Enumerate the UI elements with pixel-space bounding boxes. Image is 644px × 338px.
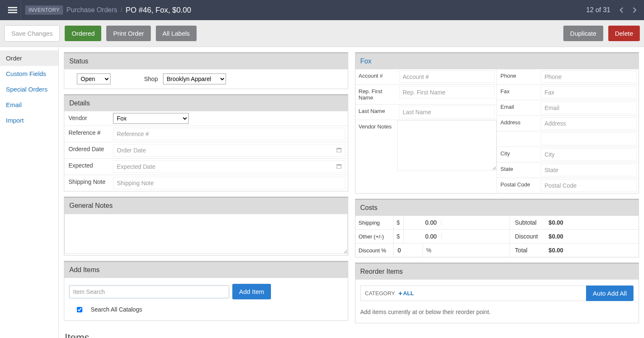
- phone-input[interactable]: [541, 71, 637, 83]
- breadcrumb-separator: /: [121, 7, 122, 13]
- details-panel: Details Vendor Fox Reference # Ordered D…: [64, 94, 348, 191]
- shipping-note-label: Shipping Note: [64, 175, 110, 191]
- sidebar-item-email[interactable]: Email: [0, 97, 58, 113]
- percent-symbol: %: [423, 244, 439, 257]
- expected-date-input[interactable]: [113, 160, 345, 173]
- city-input[interactable]: [541, 148, 637, 161]
- general-notes-textarea[interactable]: [64, 214, 348, 254]
- shipping-label: Shipping: [355, 216, 393, 229]
- discount-label: Discount: [515, 233, 549, 240]
- subtotal-value: $0.00: [549, 219, 563, 226]
- add-item-button[interactable]: Add Item: [232, 284, 271, 299]
- reorder-help-text: Add items currently at or below their re…: [360, 309, 634, 315]
- general-notes-panel: General Notes: [64, 197, 348, 256]
- status-header: Status: [64, 52, 348, 69]
- costs-header: Costs: [355, 199, 639, 216]
- breadcrumb-title: PO #46, Fox, $0.00: [126, 6, 191, 15]
- prev-record-icon[interactable]: [616, 5, 626, 15]
- account-input[interactable]: [399, 71, 495, 83]
- shipping-note-input[interactable]: [113, 177, 345, 189]
- items-section: Items No items were found.: [64, 332, 639, 338]
- other-input[interactable]: [404, 230, 441, 243]
- sidebar-item-custom-fields[interactable]: Custom Fields: [0, 66, 58, 81]
- details-header: Details: [64, 94, 348, 111]
- email-label: Email: [497, 100, 539, 115]
- discount-pct-input[interactable]: [394, 244, 423, 257]
- svg-rect-0: [8, 7, 17, 8]
- reorder-header: Reorder Items: [355, 263, 639, 280]
- inventory-badge[interactable]: INVENTORY: [25, 5, 63, 15]
- shop-select[interactable]: Brooklyn Apparel: [163, 73, 226, 84]
- discount-value: $0.00: [549, 233, 563, 240]
- rep-first-label: Rep. First Name: [355, 85, 397, 104]
- state-label: State: [497, 162, 539, 178]
- address2-label: [497, 131, 539, 147]
- address-label: Address: [497, 116, 539, 131]
- vendor-name-link[interactable]: Fox: [355, 52, 639, 69]
- discount-pct-label: Discount %: [355, 244, 393, 257]
- svg-rect-2: [8, 12, 17, 13]
- email-input[interactable]: [541, 102, 637, 114]
- postal-label: Postal Code: [497, 178, 539, 193]
- sidebar-item-special-orders[interactable]: Special Orders: [0, 81, 58, 97]
- subtotal-label: Subtotal: [515, 219, 549, 226]
- ordered-date-input[interactable]: [113, 144, 345, 157]
- duplicate-button[interactable]: Duplicate: [563, 26, 603, 41]
- last-name-input[interactable]: [399, 106, 495, 118]
- svg-rect-6: [336, 165, 341, 165]
- search-all-catalogs-label: Search All Catalogs: [91, 306, 142, 313]
- category-label: CATEGORY: [365, 290, 395, 296]
- add-items-header: Add Items: [64, 261, 348, 278]
- svg-rect-4: [336, 148, 341, 149]
- address-input[interactable]: [541, 117, 637, 130]
- reorder-panel: Reorder Items CATEGORY + ALL Auto Add Al…: [355, 262, 639, 323]
- hamburger-menu-icon[interactable]: [4, 0, 21, 20]
- calendar-icon[interactable]: [336, 163, 342, 170]
- delete-button[interactable]: Delete: [608, 26, 640, 41]
- status-select[interactable]: Open: [77, 73, 110, 84]
- state-input[interactable]: [541, 164, 637, 176]
- category-filter[interactable]: CATEGORY + ALL: [360, 286, 586, 301]
- fax-input[interactable]: [541, 86, 637, 99]
- shop-label: Shop: [144, 76, 158, 82]
- rep-first-input[interactable]: [399, 86, 495, 99]
- topbar: INVENTORY Purchase Orders / PO #46, Fox,…: [0, 0, 644, 20]
- phone-label: Phone: [497, 69, 539, 84]
- fax-label: Fax: [497, 85, 539, 100]
- total-value: $0.00: [549, 247, 563, 254]
- save-button: Save Changes: [4, 25, 60, 42]
- add-category-icon[interactable]: + ALL: [398, 290, 414, 297]
- auto-add-all-button[interactable]: Auto Add All: [586, 286, 633, 301]
- ordered-button[interactable]: Ordered: [65, 26, 101, 41]
- reference-label: Reference #: [64, 126, 110, 142]
- calendar-icon[interactable]: [336, 147, 342, 154]
- costs-panel: Costs Shipping $ Other (+/-) $: [355, 199, 639, 257]
- labels-button[interactable]: All Labels: [156, 26, 197, 41]
- ordered-date-label: Ordered Date: [64, 142, 110, 158]
- last-name-label: Last Name: [355, 105, 397, 120]
- action-bar: Save Changes Ordered Print Order All Lab…: [0, 20, 644, 47]
- item-search-input[interactable]: [69, 286, 229, 298]
- address2-input[interactable]: [541, 133, 637, 145]
- next-record-icon[interactable]: [630, 5, 640, 15]
- print-button[interactable]: Print Order: [106, 26, 150, 41]
- postal-input[interactable]: [541, 179, 637, 192]
- expected-label: Expected: [64, 159, 110, 175]
- breadcrumb-parent[interactable]: Purchase Orders: [66, 6, 117, 14]
- general-notes-header: General Notes: [64, 197, 348, 214]
- currency-symbol: $: [393, 216, 403, 229]
- items-header: Items: [64, 332, 639, 338]
- sidebar-item-order[interactable]: Order: [0, 50, 58, 66]
- city-label: City: [497, 147, 539, 162]
- vendor-panel: Fox Account # Rep. First Name Last Name …: [355, 52, 639, 194]
- vendor-label: Vendor: [64, 111, 110, 126]
- shipping-input[interactable]: [404, 216, 441, 229]
- reference-input[interactable]: [113, 128, 345, 140]
- sidebar-item-import[interactable]: Import: [0, 113, 58, 128]
- vendor-select[interactable]: Fox: [113, 113, 189, 124]
- search-all-catalogs-checkbox[interactable]: [77, 307, 82, 312]
- vendor-notes-textarea[interactable]: [397, 120, 497, 170]
- account-label: Account #: [355, 69, 397, 84]
- sidebar: Order Custom Fields Special Orders Email…: [0, 47, 59, 338]
- status-panel: Status Open Shop Brooklyn Apparel: [64, 52, 348, 89]
